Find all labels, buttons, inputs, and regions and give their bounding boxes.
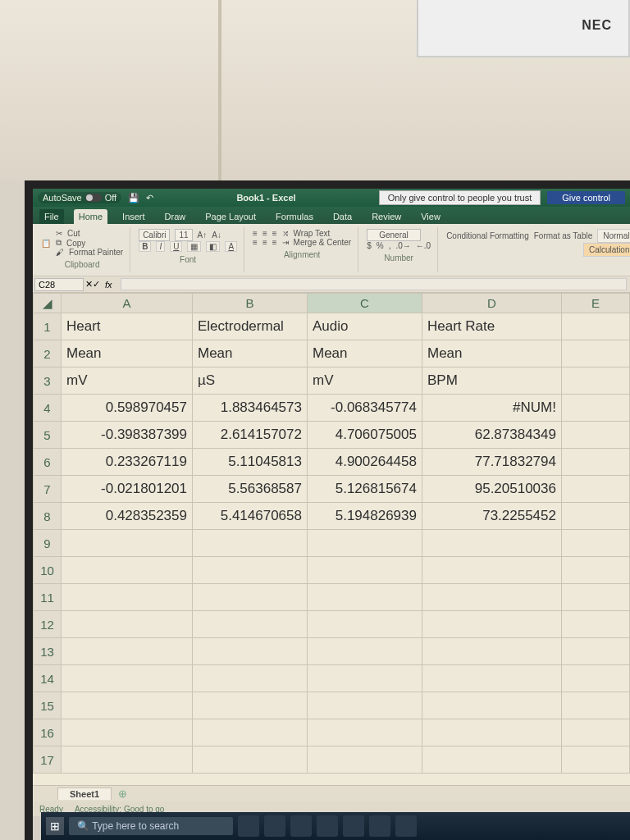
fx-icon[interactable]: fx xyxy=(100,280,117,290)
cell[interactable] xyxy=(562,584,630,611)
undo-icon[interactable]: ↶ xyxy=(146,193,153,203)
save-icon[interactable]: 💾 xyxy=(128,193,139,203)
number-format-select[interactable]: General xyxy=(367,229,421,241)
tab-formulas[interactable]: Formulas xyxy=(271,209,318,224)
cell[interactable] xyxy=(562,422,630,449)
cell[interactable]: Electrodermal xyxy=(193,313,308,340)
cell[interactable] xyxy=(562,746,630,774)
style-normal[interactable]: Normal xyxy=(597,229,630,243)
tab-draw[interactable]: Draw xyxy=(160,209,191,224)
tab-review[interactable]: Review xyxy=(367,209,406,224)
cell[interactable] xyxy=(562,719,630,746)
select-all-corner[interactable]: ◢ xyxy=(34,294,62,313)
font-size-select[interactable]: 11 xyxy=(175,229,192,241)
bold-button[interactable]: B xyxy=(139,241,151,252)
enter-formula-icon[interactable]: ✓ xyxy=(93,279,100,290)
cell[interactable]: Mean xyxy=(308,340,422,368)
comma-icon[interactable]: , xyxy=(389,241,391,250)
cell[interactable] xyxy=(62,719,193,746)
align-top-icon[interactable]: ≡ xyxy=(253,229,258,238)
col-header[interactable]: C xyxy=(308,294,422,313)
cell[interactable] xyxy=(308,584,422,611)
taskbar-app-icon[interactable] xyxy=(395,815,417,837)
cut-icon[interactable]: ✂ xyxy=(56,229,62,238)
taskbar-app-icon[interactable] xyxy=(290,815,312,837)
cell[interactable]: 4.706075005 xyxy=(308,422,422,449)
row-header[interactable]: 12 xyxy=(34,611,62,638)
decrease-decimal-icon[interactable]: ←.0 xyxy=(416,241,431,250)
cell[interactable] xyxy=(562,368,630,395)
cell[interactable]: 5.194826939 xyxy=(308,503,422,530)
cell[interactable]: Heart xyxy=(62,313,193,340)
cell[interactable] xyxy=(193,665,308,692)
cell[interactable] xyxy=(422,746,562,774)
format-as-table-button[interactable]: Format as Table xyxy=(534,231,593,240)
cell[interactable]: -0.068345774 xyxy=(308,395,422,422)
row-header[interactable]: 2 xyxy=(34,340,62,368)
cell[interactable] xyxy=(62,638,193,665)
fill-color-icon[interactable]: ◧ xyxy=(206,241,220,252)
tab-insert[interactable]: Insert xyxy=(117,209,150,224)
taskbar-app-icon[interactable] xyxy=(317,815,338,837)
taskbar-search-input[interactable]: 🔍 Type here to search xyxy=(69,817,233,835)
cell[interactable] xyxy=(62,746,193,774)
cell[interactable]: mV xyxy=(308,368,422,395)
cell[interactable] xyxy=(562,530,630,557)
cell[interactable]: BPM xyxy=(422,368,562,395)
row-header[interactable]: 17 xyxy=(34,746,62,774)
borders-icon[interactable]: ▦ xyxy=(187,241,201,252)
cell[interactable]: 5.11045813 xyxy=(193,449,308,476)
col-header[interactable]: E xyxy=(562,294,630,313)
row-header[interactable]: 3 xyxy=(34,368,62,395)
name-box[interactable]: C28 xyxy=(34,278,84,291)
cell[interactable] xyxy=(562,503,630,530)
cell[interactable] xyxy=(308,611,422,638)
cell[interactable]: Mean xyxy=(422,340,562,368)
cell[interactable]: 1.883464573 xyxy=(193,395,308,422)
sheet-tab[interactable]: Sheet1 xyxy=(57,788,112,800)
cell[interactable] xyxy=(562,638,630,665)
cell[interactable] xyxy=(562,692,630,719)
copy-icon[interactable]: ⧉ xyxy=(56,238,62,248)
cell[interactable] xyxy=(562,476,630,503)
cell[interactable] xyxy=(193,692,308,719)
row-header[interactable]: 6 xyxy=(34,449,62,476)
align-bottom-icon[interactable]: ≡ xyxy=(272,229,277,238)
row-header[interactable]: 9 xyxy=(34,530,62,557)
tab-page-layout[interactable]: Page Layout xyxy=(200,209,261,224)
formula-bar-input[interactable] xyxy=(121,278,627,290)
cell[interactable] xyxy=(62,584,193,611)
decrease-font-icon[interactable]: A↓ xyxy=(212,231,221,240)
cell[interactable]: 62.87384349 xyxy=(422,422,562,449)
row-header[interactable]: 14 xyxy=(34,665,62,692)
autosave-toggle[interactable]: AutoSave Off xyxy=(38,192,121,203)
taskbar-app-icon[interactable] xyxy=(238,815,259,837)
cell[interactable] xyxy=(62,665,193,692)
cell[interactable]: 2.614157072 xyxy=(193,422,308,449)
cell[interactable] xyxy=(562,395,630,422)
cell[interactable] xyxy=(422,665,562,692)
style-calculation[interactable]: Calculation xyxy=(583,243,630,257)
cell[interactable]: Mean xyxy=(62,340,193,368)
cell[interactable] xyxy=(193,719,308,746)
cell[interactable]: 0.428352359 xyxy=(62,503,193,530)
cell[interactable] xyxy=(193,746,308,774)
cell[interactable]: 5.414670658 xyxy=(193,503,308,530)
cell[interactable] xyxy=(62,692,193,719)
align-left-icon[interactable]: ≡ xyxy=(253,238,258,247)
cell[interactable] xyxy=(308,557,422,584)
font-color-icon[interactable]: A xyxy=(225,241,237,252)
cell[interactable] xyxy=(422,719,562,746)
cell[interactable] xyxy=(62,611,193,638)
orientation-icon[interactable]: ⤭ xyxy=(282,229,289,238)
format-painter-icon[interactable]: 🖌 xyxy=(56,248,64,257)
row-header[interactable]: 1 xyxy=(34,313,62,340)
cell[interactable] xyxy=(193,557,308,584)
underline-button[interactable]: U xyxy=(170,241,182,252)
cell[interactable]: Mean xyxy=(193,340,308,368)
font-name-select[interactable]: Calibri xyxy=(139,229,170,241)
cell[interactable] xyxy=(193,530,308,557)
cell[interactable]: µS xyxy=(193,368,308,395)
row-header[interactable]: 13 xyxy=(34,638,62,665)
worksheet-grid[interactable]: ◢ A B C D E 1HeartElectrodermalAudioHear… xyxy=(33,293,630,785)
